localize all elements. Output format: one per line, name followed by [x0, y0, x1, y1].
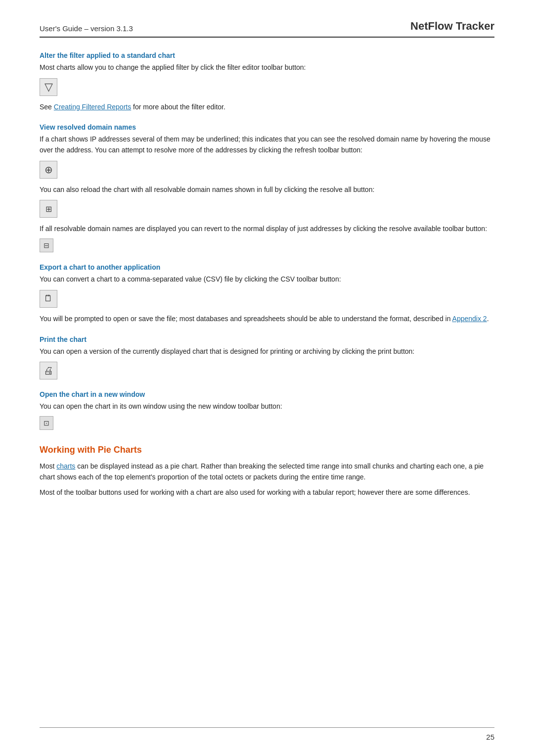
export-chart-heading: Export a chart to another application — [40, 263, 494, 271]
pie-charts-body1: Most charts can be displayed instead as … — [40, 461, 494, 482]
filter-icon: ▽ — [44, 81, 53, 94]
resolve-all-icon-box: ⊞ — [40, 200, 57, 218]
section-open-new-window: Open the chart in a new window You can o… — [40, 390, 494, 430]
section-print-chart: Print the chart You can open a version o… — [40, 335, 494, 380]
view-domain-body3: If all resolvable domain names are displ… — [40, 224, 494, 235]
view-domain-body2: You can also reload the chart with all r… — [40, 185, 494, 195]
print-icon-box: 🖨 — [40, 362, 57, 379]
page-number: 25 — [486, 733, 494, 741]
refresh-icon: ⊕ — [44, 164, 53, 176]
section-pie-charts: Working with Pie Charts Most charts can … — [40, 445, 494, 498]
filter-icon-box: ▽ — [40, 78, 57, 96]
view-domain-body1: If a chart shows IP addresses several of… — [40, 134, 494, 155]
section-export-chart: Export a chart to another application Yo… — [40, 263, 494, 324]
charts-link[interactable]: charts — [56, 462, 75, 470]
refresh-icon-box: ⊕ — [40, 161, 57, 179]
appendix2-link[interactable]: Appendix 2 — [452, 315, 487, 323]
section-view-domain: View resolved domain names If a chart sh… — [40, 123, 494, 252]
alter-filter-heading: Alter the filter applied to a standard c… — [40, 51, 494, 59]
page: User's Guide – version 3.1.3 NetFlow Tra… — [0, 0, 534, 756]
header-left: User's Guide – version 3.1.3 — [40, 24, 133, 33]
open-new-window-heading: Open the chart in a new window — [40, 390, 494, 398]
export-chart-body1: You can convert a chart to a comma-separ… — [40, 274, 494, 285]
resolve-all-icon: ⊞ — [45, 204, 52, 214]
resolve-avail-icon: ⊟ — [44, 241, 49, 249]
page-footer: 25 — [40, 727, 494, 741]
csv-icon-box: 🗒 — [40, 290, 57, 308]
open-new-window-body1: You can open the chart in its own window… — [40, 401, 494, 412]
print-chart-heading: Print the chart — [40, 335, 494, 343]
alter-filter-body2: See Creating Filtered Reports for more a… — [40, 102, 494, 113]
view-domain-heading: View resolved domain names — [40, 123, 494, 131]
print-chart-body1: You can open a version of the currently … — [40, 346, 494, 357]
new-window-icon-box: ⊡ — [40, 416, 53, 430]
header-right: NetFlow Tracker — [410, 20, 494, 33]
pie-charts-heading: Working with Pie Charts — [40, 445, 494, 455]
section-alter-filter: Alter the filter applied to a standard c… — [40, 51, 494, 112]
creating-filtered-reports-link[interactable]: Creating Filtered Reports — [54, 103, 131, 111]
print-icon: 🖨 — [44, 365, 53, 377]
alter-filter-body1: Most charts allow you to change the appl… — [40, 62, 494, 73]
new-window-icon: ⊡ — [44, 419, 49, 427]
export-chart-body2: You will be prompted to open or save the… — [40, 314, 494, 325]
page-header: User's Guide – version 3.1.3 NetFlow Tra… — [40, 20, 494, 38]
resolve-avail-icon-box: ⊟ — [40, 238, 53, 252]
pie-charts-body2: Most of the toolbar buttons used for wor… — [40, 487, 494, 498]
csv-icon: 🗒 — [44, 293, 53, 304]
